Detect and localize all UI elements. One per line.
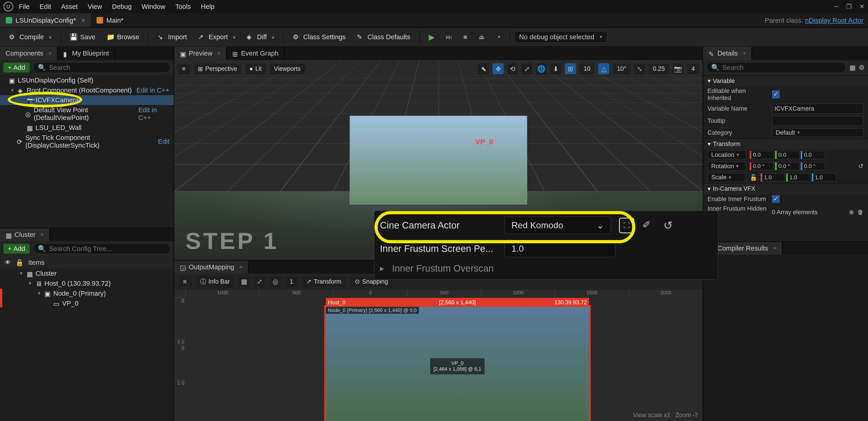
menu-debug[interactable]: Debug xyxy=(112,3,132,10)
menu-view[interactable]: View xyxy=(88,3,102,10)
minimize-icon[interactable]: ─ xyxy=(834,3,839,10)
om-transform-button[interactable]: ↗ Transform xyxy=(302,276,346,287)
filter-icon[interactable]: ▦ xyxy=(849,64,856,71)
om-fit-icon[interactable]: ◎ xyxy=(270,276,281,287)
lit-dropdown[interactable]: ● Lit xyxy=(245,64,266,74)
lock-icon[interactable]: 🔒 xyxy=(16,259,24,266)
play-options[interactable] xyxy=(491,32,505,42)
tab-event-graph[interactable]: ⊞Event Graph xyxy=(226,47,284,60)
export-button[interactable]: ↗Export xyxy=(194,31,240,43)
scale-x[interactable] xyxy=(761,173,785,182)
grid-snap-icon[interactable]: ⊞ xyxy=(565,63,576,74)
viewport-box[interactable]: VP_0 [2,464 x 1,056] @ 6,1 xyxy=(430,358,485,374)
camera-count[interactable]: 4 xyxy=(687,64,699,74)
close-icon[interactable]: × xyxy=(239,264,242,270)
edit-cpp-link[interactable]: Edit in C++ xyxy=(138,106,172,122)
angle-snap-value[interactable]: 10° xyxy=(613,64,631,74)
camera-speed-icon[interactable]: 📷 xyxy=(673,63,684,74)
om-layout-icon[interactable]: ▦ xyxy=(239,276,250,287)
reset-icon[interactable]: ↺ xyxy=(858,162,864,170)
tooltip-input[interactable] xyxy=(772,116,864,126)
tab-preview[interactable]: ▣Preview× xyxy=(174,47,226,60)
close-icon[interactable]: × xyxy=(40,232,44,238)
settings-icon[interactable]: ⚙ xyxy=(859,64,865,71)
browse-button[interactable]: 📁Browse xyxy=(102,31,144,43)
section-transform[interactable]: ▾ Transform xyxy=(703,138,868,149)
eject-button[interactable]: ⏏ xyxy=(474,31,489,43)
rotate-tool-icon[interactable]: ⟲ xyxy=(507,63,518,74)
parent-class-link[interactable]: nDisplay Root Actor xyxy=(805,17,864,24)
lock-icon[interactable]: 🔓 xyxy=(750,174,757,181)
tab-cluster[interactable]: ▦Cluster× xyxy=(0,228,50,241)
angle-snap-icon[interactable]: △ xyxy=(598,63,609,74)
component-rootcomp[interactable]: ▾◈Root Component (RootComponent)Edit in … xyxy=(0,85,174,95)
scale-snap-value[interactable]: 0.25 xyxy=(648,64,669,74)
host-node-box[interactable]: Host_0 [2,560 x 1,440] 130.39.93.72 Node… xyxy=(324,305,591,421)
viewport-menu[interactable]: ≡ xyxy=(178,64,190,74)
cluster-node[interactable]: ▾▣Node_0 (Primary) xyxy=(0,289,174,298)
menu-help[interactable]: Help xyxy=(201,3,214,10)
rotation-dropdown[interactable]: Rotation xyxy=(708,162,747,171)
editable-inherited-checkbox[interactable]: ✓ xyxy=(772,90,780,98)
menu-file[interactable]: File xyxy=(19,3,29,10)
add-component-button[interactable]: + Add xyxy=(3,63,30,72)
debug-object-dropdown[interactable]: No debug object selected xyxy=(514,31,607,43)
enable-inner-checkbox[interactable]: ✓ xyxy=(772,195,780,203)
cluster-root[interactable]: ▾▦Cluster xyxy=(0,268,174,278)
tab-my-blueprint[interactable]: ▮My Blueprint xyxy=(58,47,115,60)
step-button[interactable]: ⏭ xyxy=(441,31,457,43)
om-zoom-icon[interactable]: ⤢ xyxy=(254,276,265,287)
var-name-input[interactable] xyxy=(772,103,864,114)
play-button[interactable]: ▶ xyxy=(424,30,439,44)
close-icon[interactable]: ✕ xyxy=(859,3,865,10)
location-dropdown[interactable]: Location xyxy=(708,150,747,159)
component-synctick[interactable]: ⟳Sync Tick Component (DisplayClusterSync… xyxy=(0,132,174,150)
edit-cpp-link[interactable]: Edit in C++ xyxy=(136,86,172,94)
scale-z[interactable] xyxy=(812,173,836,182)
class-defaults-button[interactable]: ✎Class Defaults xyxy=(352,31,415,43)
viewports-dropdown[interactable]: Viewports xyxy=(269,64,305,74)
tab-components[interactable]: Components× xyxy=(0,47,58,60)
cluster-viewport[interactable]: ▭VP_0 xyxy=(0,298,174,308)
search-input[interactable] xyxy=(49,245,166,252)
scale-tool-icon[interactable]: ⤢ xyxy=(521,63,532,74)
doc-tab-main[interactable]: Main* xyxy=(91,13,129,27)
output-mapping-canvas[interactable]: 10005000500100015002000 05 0 01 0 Host_0… xyxy=(174,290,703,421)
close-icon[interactable]: × xyxy=(218,50,221,56)
component-root[interactable]: ▣LSUnDisplayConfig (Self) xyxy=(0,75,174,85)
loc-z[interactable] xyxy=(801,151,825,159)
close-icon[interactable]: × xyxy=(48,50,52,56)
eye-icon[interactable]: 👁 xyxy=(4,259,11,266)
component-defaultviewpoint[interactable]: ◎Default View Point (DefaultViewPoint)Ed… xyxy=(0,105,174,123)
rot-x[interactable] xyxy=(750,162,774,171)
search-input[interactable] xyxy=(722,64,841,71)
select-tool-icon[interactable]: ⬉ xyxy=(478,63,489,74)
save-button[interactable]: 💾Save xyxy=(65,31,100,43)
grid-snap-value[interactable]: 10 xyxy=(579,64,595,74)
component-icvfxcamera[interactable]: 📷ICVFXCamera xyxy=(0,95,174,105)
om-scale-value[interactable]: 1 xyxy=(285,277,298,287)
close-tab-icon[interactable]: × xyxy=(81,17,85,24)
doc-tab-displayconfig[interactable]: LSUnDisplayConfig* × xyxy=(0,13,91,27)
scale-snap-icon[interactable]: ⤡ xyxy=(634,63,645,74)
tab-details[interactable]: ✎Details× xyxy=(703,47,752,60)
move-tool-icon[interactable]: ✥ xyxy=(493,63,504,74)
perspective-dropdown[interactable]: ⊞ Perspective xyxy=(193,63,242,74)
menu-tools[interactable]: Tools xyxy=(175,3,191,10)
om-menu[interactable]: ≡ xyxy=(179,277,191,287)
diff-button[interactable]: ◈Diff xyxy=(242,31,279,43)
info-bar-toggle[interactable]: ⓘ Info Bar xyxy=(195,276,234,288)
import-button[interactable]: ↘Import xyxy=(153,31,191,43)
surface-snap-icon[interactable]: ⬇ xyxy=(550,63,561,74)
menu-edit[interactable]: Edit xyxy=(40,3,51,10)
scale-y[interactable] xyxy=(786,173,811,182)
details-search[interactable]: 🔍 xyxy=(707,62,846,73)
eyedropper-icon[interactable]: ✐ xyxy=(642,219,656,232)
edit-link[interactable]: Edit xyxy=(158,138,172,145)
components-search[interactable]: 🔍 xyxy=(33,62,170,73)
component-ledwall[interactable]: ▦LSU_LED_Wall xyxy=(0,123,174,132)
add-cluster-button[interactable]: + Add xyxy=(3,244,30,254)
search-input[interactable] xyxy=(49,64,166,71)
stop-button[interactable]: ■ xyxy=(459,31,472,43)
tab-output-mapping[interactable]: ◲OutputMapping× xyxy=(174,261,249,274)
